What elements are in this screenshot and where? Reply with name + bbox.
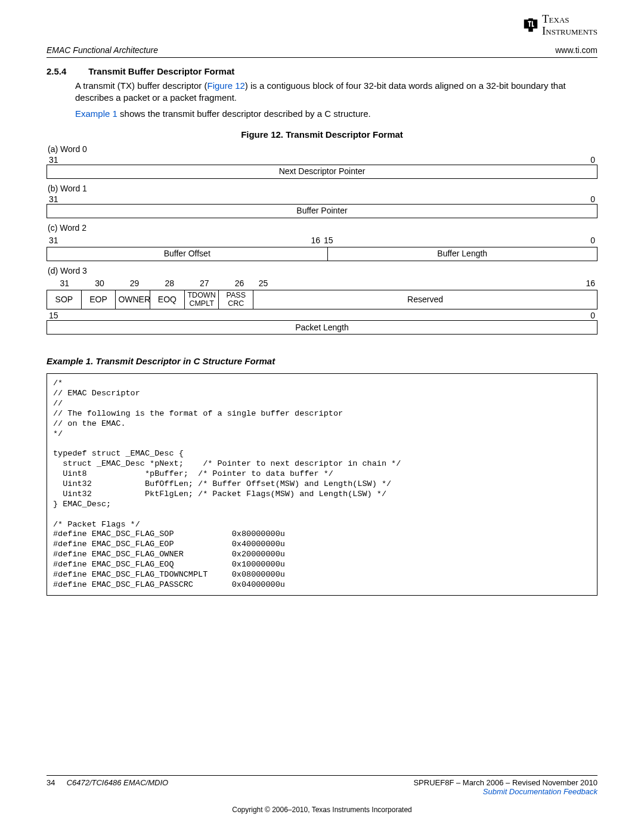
page-footer: 34 C6472/TCI6486 EMAC/MDIO SPRUEF8F – Ma… [47, 775, 597, 814]
word3-label: (d) Word 3 [48, 266, 597, 275]
ti-logo: Texas Instruments [522, 13, 597, 37]
page-number: 34 [47, 778, 64, 787]
word1-cell: Buffer Pointer [47, 204, 597, 218]
figure-link[interactable]: Figure 12 [207, 80, 244, 91]
w3-bit-26: 26 [222, 278, 256, 289]
svg-rect-3 [532, 26, 534, 27]
flag-sop: SOP [47, 290, 82, 309]
figure-caption: Figure 12. Transmit Descriptor Format [47, 129, 597, 140]
example-link[interactable]: Example 1 [75, 109, 117, 119]
section-number: 2.5.4 [47, 66, 86, 76]
flag-tdowncmplt: TDOWN CMPLT [184, 290, 219, 309]
footer-doc-title: C6472/TCI6486 EMAC/MDIO [67, 778, 169, 787]
ti-chip-icon [522, 16, 540, 34]
word3-packet-length: Packet Length [47, 321, 597, 335]
word1-label: (b) Word 1 [48, 184, 597, 193]
word1-block: (b) Word 1 31 0 Buffer Pointer [47, 184, 597, 218]
word2-bit15: 15 [323, 235, 361, 246]
w3-bit-29: 29 [117, 278, 151, 289]
logo-text-line2: Instruments [542, 25, 597, 37]
word3-block: (d) Word 3 31 30 29 28 27 26 25 16 [47, 266, 597, 335]
word0-bit31: 31 [49, 155, 322, 165]
word2-bit0: 0 [362, 235, 596, 246]
para-1: A transmit (TX) buffer descriptor (Figur… [75, 80, 597, 104]
section-title: Transmit Buffer Descriptor Format [88, 66, 234, 76]
flag-reserved: Reserved [253, 290, 597, 309]
w3-bit-27: 27 [188, 278, 222, 289]
word2-buffer-offset: Buffer Offset [47, 247, 328, 261]
logo-text-line1: Texas [542, 13, 597, 25]
flag-passcrc: PASS CRC [219, 290, 253, 309]
word0-block: (a) Word 0 31 0 Next Descriptor Pointer [47, 144, 597, 179]
word2-buffer-length: Buffer Length [327, 247, 597, 261]
copyright: Copyright © 2006–2010, Texas Instruments… [47, 806, 597, 814]
example-caption: Example 1. Transmit Descriptor in C Stru… [47, 356, 597, 366]
word2-bit16: 16 [283, 235, 321, 246]
code-listing: /* // EMAC Descriptor // // The followin… [47, 373, 597, 595]
word3-bit15: 15 [49, 311, 322, 320]
w3-bit-25: 25 [258, 278, 292, 289]
running-head-left: EMAC Functional Architecture [47, 45, 158, 55]
feedback-link[interactable]: Submit Documentation Feedback [483, 787, 597, 796]
word2-block: (c) Word 2 31 16 15 0 Buffer Offset Buff… [47, 223, 597, 261]
flag-eoq: EOQ [150, 290, 185, 309]
word0-label: (a) Word 0 [48, 144, 597, 154]
flag-eop: EOP [81, 290, 116, 309]
word2-label: (c) Word 2 [48, 223, 597, 233]
word3-bit0: 0 [322, 311, 595, 320]
w3-bit-30: 30 [83, 278, 117, 289]
flag-owner: OWNER [116, 290, 150, 309]
word1-bit0: 0 [322, 194, 595, 204]
running-head-right: www.ti.com [555, 45, 597, 55]
footer-doc-rev: SPRUEF8F – March 2006 – Revised November… [413, 778, 597, 787]
w3-bit-31: 31 [48, 278, 82, 289]
svg-rect-1 [528, 21, 531, 22]
word1-bit31: 31 [49, 194, 322, 204]
word0-cell: Next Descriptor Pointer [47, 165, 597, 178]
word2-bit31: 31 [48, 235, 282, 246]
w3-bit-16: 16 [292, 278, 596, 289]
para-2: Example 1 shows the transmit buffer desc… [75, 108, 597, 120]
w3-bit-28: 28 [153, 278, 187, 289]
word0-bit0: 0 [322, 155, 595, 165]
